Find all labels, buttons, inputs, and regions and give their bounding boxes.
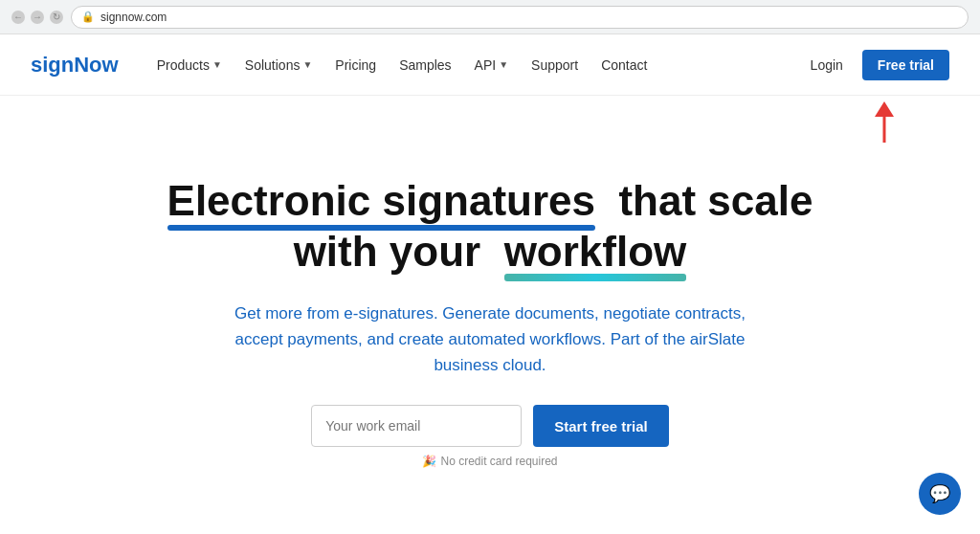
address-bar[interactable]: 🔒 signnow.com [71,6,969,29]
email-input[interactable] [311,405,522,447]
nav-contact[interactable]: Contact [601,57,647,73]
forward-button[interactable]: → [31,11,44,24]
nav-pricing[interactable]: Pricing [335,57,376,73]
hero-title: Electronic signatures that scale with yo… [167,176,813,278]
svg-marker-1 [875,101,894,117]
nav-products[interactable]: Products ▼ [157,57,222,73]
url-text: signnow.com [100,11,167,24]
hero-title-line1: Electronic signatures that scale [167,177,813,224]
chat-bubble-button[interactable]: 💬 [919,473,961,515]
free-trial-button[interactable]: Free trial [862,50,949,80]
chevron-down-icon: ▼ [212,59,222,70]
nav-support[interactable]: Support [531,57,578,73]
refresh-button[interactable]: ↻ [50,11,63,24]
browser-bar: ← → ↻ 🔒 signnow.com [0,0,980,34]
cta-row: Start free trial [311,405,669,447]
no-credit-text: 🎉 No credit card required [422,455,557,468]
hero-title-line2: with your workflow [294,228,687,275]
arrow-annotation [0,100,980,147]
nav-actions: Login Free trial [811,50,949,80]
browser-controls: ← → ↻ [11,11,63,24]
hero-section: Electronic signatures that scale with yo… [0,147,980,487]
back-button[interactable]: ← [11,11,25,24]
logo[interactable]: signNow [31,53,119,78]
chevron-down-icon: ▼ [302,59,312,70]
nav-solutions[interactable]: Solutions ▼ [245,57,313,73]
nav-links: Products ▼ Solutions ▼ Pricing Samples A… [157,57,811,73]
electronic-signatures-text: Electronic signatures [167,176,595,227]
chat-icon: 💬 [929,483,950,504]
nav-samples[interactable]: Samples [399,57,451,73]
hero-subtitle: Get more from e-signatures. Generate doc… [222,300,758,379]
arrow-icon [865,100,903,147]
workflow-text: workflow [504,227,687,278]
login-button[interactable]: Login [811,57,843,73]
start-trial-button[interactable]: Start free trial [533,405,669,447]
party-icon: 🎉 [422,455,436,468]
nav-api[interactable]: API ▼ [475,57,508,73]
navbar: signNow Products ▼ Solutions ▼ Pricing S… [0,34,980,96]
chevron-down-icon: ▼ [499,59,508,70]
lock-icon: 🔒 [81,11,95,23]
